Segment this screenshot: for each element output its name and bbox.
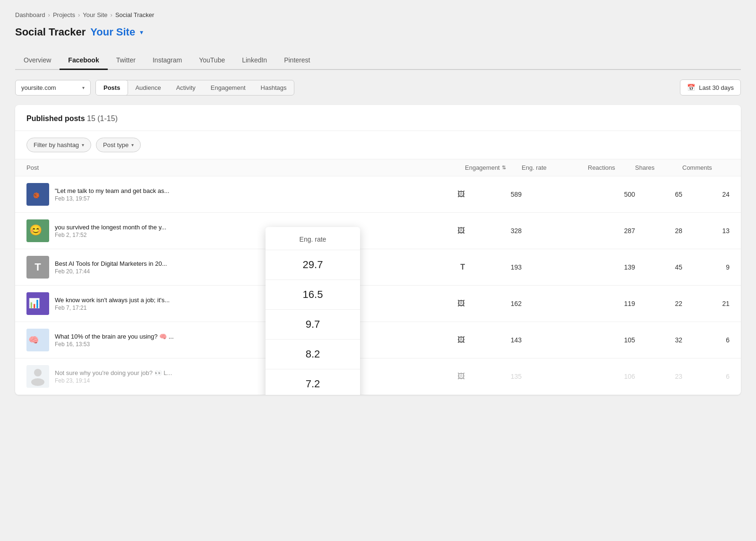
svg-point-9 xyxy=(34,369,42,376)
post-date-1: Feb 13, 19:57 xyxy=(55,195,452,202)
reactions-2: 287 xyxy=(588,227,635,235)
post-type-filter-arrow-icon: ▾ xyxy=(131,142,134,148)
breadcrumb-sep-3: › xyxy=(111,11,112,18)
breadcrumb-projects[interactable]: Projects xyxy=(53,11,75,18)
eng-rate-popup-header: Eng. rate xyxy=(266,227,360,250)
reactions-3: 139 xyxy=(588,263,635,271)
col-post: Post xyxy=(26,164,465,171)
content-card: Published posts 15 (1-15) Filter by hash… xyxy=(15,105,741,395)
calendar-icon: 📅 xyxy=(687,84,695,91)
sub-tabs: Posts Audience Activity Engagement Hasht… xyxy=(95,80,294,96)
post-type-icon-5: 🖼 xyxy=(457,336,465,344)
hashtag-filter-button[interactable]: Filter by hashtag ▾ xyxy=(26,138,91,152)
reactions-5: 105 xyxy=(588,336,635,344)
post-cell-3[interactable]: T Best AI Tools for Digital Marketers in… xyxy=(26,256,465,279)
tab-twitter[interactable]: Twitter xyxy=(108,52,144,70)
engagement-3: 193 xyxy=(465,263,522,271)
table-row: 🏀 "Let me talk to my team and get back a… xyxy=(15,176,741,213)
shares-4: 22 xyxy=(635,300,682,307)
reactions-1: 500 xyxy=(588,191,635,198)
shares-2: 28 xyxy=(635,227,682,235)
post-date-3: Feb 20, 17:44 xyxy=(55,268,455,275)
post-cell-2[interactable]: 😊 you survived the longest month of the … xyxy=(26,219,465,242)
shares-5: 32 xyxy=(635,336,682,344)
post-date-4: Feb 7, 17:21 xyxy=(55,305,452,311)
post-thumb-1: 🏀 xyxy=(26,183,49,206)
comments-1: 24 xyxy=(682,191,730,198)
site-chevron-icon[interactable]: ▾ xyxy=(140,28,143,36)
comments-2: 13 xyxy=(682,227,730,235)
card-title: Published posts 15 (1-15) xyxy=(26,114,118,122)
tab-instagram[interactable]: Instagram xyxy=(144,52,190,70)
post-thumb-3: T xyxy=(26,256,49,279)
tab-youtube[interactable]: YouTube xyxy=(190,52,233,70)
post-cell-1[interactable]: 🏀 "Let me talk to my team and get back a… xyxy=(26,183,465,206)
date-range-button[interactable]: 📅 Last 30 days xyxy=(680,79,741,96)
comments-6: 6 xyxy=(682,373,730,380)
subtab-hashtags[interactable]: Hashtags xyxy=(253,80,294,95)
comments-3: 9 xyxy=(682,263,730,271)
post-thumb-5: 🧠 xyxy=(26,329,49,351)
breadcrumb-sep-1: › xyxy=(48,11,50,18)
col-engagement[interactable]: Engagement ⇅ xyxy=(465,164,522,171)
reactions-6: 106 xyxy=(588,373,635,380)
shares-3: 45 xyxy=(635,263,682,271)
eng-rate-popup-label: Eng. rate xyxy=(300,236,326,243)
post-meta-4: We know work isn't always just a job; it… xyxy=(55,297,452,311)
post-cell-4[interactable]: 📊 We know work isn't always just a job; … xyxy=(26,292,465,315)
breadcrumb-current: Social Tracker xyxy=(115,11,154,18)
subtab-activity[interactable]: Activity xyxy=(169,80,203,95)
post-thumb-4: 📊 xyxy=(26,292,49,315)
eng-rate-popup: Eng. rate 29.7 16.5 9.7 8.2 7.2 6.8 xyxy=(266,227,360,395)
post-meta-5: What 10% of the brain are you using? 🧠 .… xyxy=(55,333,452,348)
site-select-dropdown[interactable]: yoursite.com ▾ xyxy=(15,80,91,96)
engagement-6: 135 xyxy=(465,373,522,380)
subtab-engagement[interactable]: Engagement xyxy=(203,80,253,95)
col-comments: Comments xyxy=(682,164,730,171)
post-title-2: you survived the longest month of the y.… xyxy=(55,224,187,231)
post-type-icon-2: 🖼 xyxy=(457,227,465,235)
card-header: Published posts 15 (1-15) xyxy=(15,105,741,131)
post-type-icon-1: 🖼 xyxy=(457,190,465,199)
post-meta-2: you survived the longest month of the y.… xyxy=(55,224,452,238)
shares-1: 65 xyxy=(635,191,682,198)
engagement-2: 328 xyxy=(465,227,522,235)
eng-rate-value-2: 9.7 xyxy=(266,310,360,340)
page-title: Social Tracker xyxy=(15,26,86,38)
post-title-3: Best AI Tools for Digital Marketers in 2… xyxy=(55,260,187,267)
post-date-2: Feb 2, 17:52 xyxy=(55,232,452,238)
tab-linkedin[interactable]: LinkedIn xyxy=(233,52,275,70)
post-title-1: "Let me talk to my team and get back as.… xyxy=(55,187,187,194)
tab-pinterest[interactable]: Pinterest xyxy=(275,52,318,70)
post-type-icon-4: 🖼 xyxy=(457,299,465,308)
post-title-4: We know work isn't always just a job; it… xyxy=(55,297,187,304)
hashtag-filter-label: Filter by hashtag xyxy=(34,141,79,148)
breadcrumb-yoursite[interactable]: Your Site xyxy=(83,11,107,18)
table-row: 🧠 What 10% of the brain are you using? 🧠… xyxy=(15,322,741,358)
post-date-5: Feb 16, 13:53 xyxy=(55,341,452,348)
post-cell-6[interactable]: Not sure why you're doing your job? 👀 L.… xyxy=(26,365,465,388)
table-header: Post Engagement ⇅ Eng. rate Reactions Sh… xyxy=(15,159,741,176)
col-shares: Shares xyxy=(635,164,682,171)
subtab-posts[interactable]: Posts xyxy=(95,80,128,96)
site-select-value: yoursite.com xyxy=(21,84,78,91)
svg-text:😊: 😊 xyxy=(29,224,43,236)
comments-4: 21 xyxy=(682,300,730,307)
breadcrumb-dashboard[interactable]: Dashboard xyxy=(15,11,45,18)
post-type-filter-label: Post type xyxy=(103,141,129,148)
eng-rate-value-1: 16.5 xyxy=(266,280,360,310)
post-thumb-6 xyxy=(26,365,49,388)
site-name-link[interactable]: Your Site xyxy=(90,26,135,38)
tab-overview[interactable]: Overview xyxy=(15,52,60,70)
post-cell-5[interactable]: 🧠 What 10% of the brain are you using? 🧠… xyxy=(26,329,465,351)
page-title-area: Social Tracker Your Site ▾ xyxy=(15,26,741,38)
post-title-6: Not sure why you're doing your job? 👀 L.… xyxy=(55,369,187,376)
svg-point-10 xyxy=(31,378,44,386)
tab-facebook[interactable]: Facebook xyxy=(60,52,107,70)
svg-text:📊: 📊 xyxy=(28,297,40,309)
col-reactions: Reactions xyxy=(588,164,635,171)
date-range-label: Last 30 days xyxy=(699,84,734,91)
subtab-audience[interactable]: Audience xyxy=(128,80,168,95)
post-type-filter-button[interactable]: Post type ▾ xyxy=(96,138,141,152)
eng-rate-value-4: 7.2 xyxy=(266,369,360,395)
